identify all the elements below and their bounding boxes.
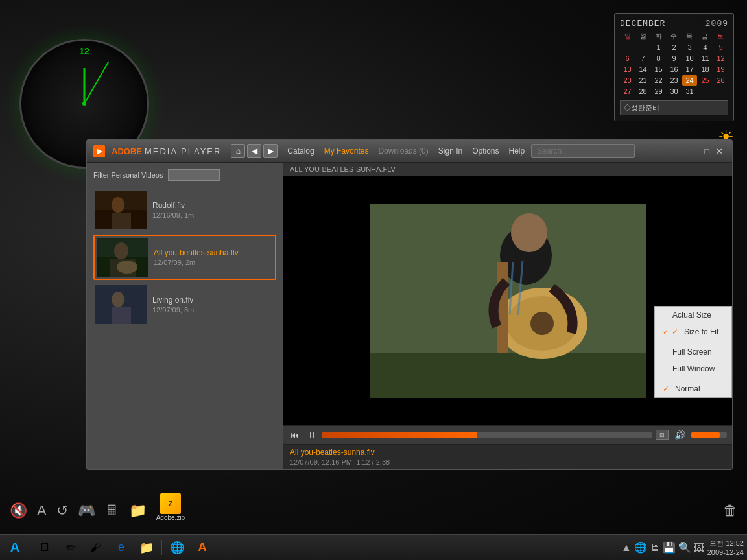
search-input[interactable] bbox=[531, 144, 635, 158]
menu-catalog[interactable]: Catalog bbox=[284, 145, 317, 157]
ctx-actual-size[interactable]: Actual Size bbox=[655, 307, 731, 323]
clock-minute-hand bbox=[84, 62, 109, 104]
back-button[interactable]: ◀ bbox=[247, 144, 261, 158]
calculator-icon: 🖩 bbox=[105, 502, 119, 519]
pause-button[interactable]: ⏸ bbox=[305, 430, 318, 440]
volume-fill bbox=[691, 432, 720, 438]
video-item-living[interactable]: Living on.flv 12/07/09, 3m bbox=[93, 283, 276, 326]
home-button[interactable]: ⌂ bbox=[231, 144, 245, 158]
chrome-icon: 🌐 bbox=[170, 541, 184, 555]
desktop-icon-gamepad[interactable]: 🎮 bbox=[75, 499, 99, 524]
rotate-icon: ↺ bbox=[56, 502, 68, 519]
taskbar-right: ▲ 🌐 🖥 💾 🔍 🖼 오전 12:52 2009-12-24 bbox=[621, 539, 744, 556]
desktop-icon-rotate[interactable]: ↺ bbox=[53, 499, 71, 524]
video-date-rudolf: 12/16/09, 1m bbox=[152, 211, 274, 219]
desktop-icon-text[interactable]: A bbox=[34, 499, 50, 524]
desktop-icon-calc[interactable]: 🖩 bbox=[102, 499, 123, 524]
zip-icon: Z bbox=[160, 493, 181, 514]
calendar-status: ◇성탄준비 bbox=[620, 100, 728, 115]
ctx-full-window[interactable]: Full Window bbox=[655, 360, 731, 377]
ctx-full-screen-label: Full Screen bbox=[672, 347, 712, 356]
display-icon[interactable]: 🖥 bbox=[650, 542, 660, 554]
taskbar-files[interactable]: 📁 bbox=[135, 537, 158, 558]
svg-rect-3 bbox=[112, 213, 131, 229]
ctx-full-screen[interactable]: Full Screen bbox=[655, 344, 731, 360]
edit-icon: ✏ bbox=[66, 541, 76, 555]
menu-options[interactable]: Options bbox=[469, 145, 502, 157]
menu-signin[interactable]: Sign In bbox=[435, 145, 466, 157]
text-icon: A bbox=[37, 502, 47, 519]
taskbar-edit[interactable]: ✏ bbox=[59, 537, 82, 558]
info-video-title: All you-beatles-sunha.flv bbox=[290, 448, 726, 457]
ctx-full-window-label: Full Window bbox=[672, 364, 715, 373]
menu-favorites[interactable]: My Favorites bbox=[321, 145, 372, 157]
ctx-normal-label: Normal bbox=[675, 384, 700, 393]
volume-bar[interactable] bbox=[691, 432, 727, 438]
sys-icons: ▲ 🌐 🖥 💾 🔍 🖼 bbox=[621, 541, 704, 554]
taskbar-adobe[interactable]: A bbox=[191, 537, 214, 558]
filter-row: Filter Personal Videos bbox=[93, 169, 276, 181]
ctx-normal[interactable]: ✓ Normal bbox=[655, 380, 731, 397]
taskbar-chrome[interactable]: 🌐 bbox=[165, 537, 189, 558]
desktop-icon-adobe-zip[interactable]: Z Adobe.zip bbox=[153, 490, 188, 524]
filter-input[interactable] bbox=[168, 169, 220, 181]
video-title-rudolf: Rudolf.flv bbox=[152, 201, 274, 210]
ctx-size-to-fit[interactable]: ✓ Size to Fit bbox=[655, 323, 731, 340]
gamepad-icon: 🎮 bbox=[78, 502, 95, 519]
clock-time: 오전 12:52 bbox=[707, 539, 744, 548]
maximize-button[interactable]: □ bbox=[702, 146, 712, 156]
minimize-button[interactable]: — bbox=[687, 146, 700, 156]
system-clock: 오전 12:52 2009-12-24 bbox=[707, 539, 744, 556]
screen-size-button[interactable]: ⊡ bbox=[656, 430, 669, 440]
start-button[interactable]: A bbox=[3, 537, 27, 558]
brand-media-player: MEDIA PLAYER bbox=[145, 146, 221, 156]
image-icon[interactable]: 🖼 bbox=[694, 542, 704, 554]
start-icon: A bbox=[10, 540, 19, 555]
trash-icon: 🗑 bbox=[723, 502, 737, 519]
desktop: DECEMBER 2009 일 월 화 수 목 금 토 12 34 5 6 78… bbox=[0, 0, 747, 560]
menu-downloads[interactable]: Downloads (0) bbox=[375, 145, 431, 157]
files-icon: 📁 bbox=[139, 541, 154, 555]
brand-adobe: ADOBE bbox=[112, 146, 142, 156]
calendar-days-header: 일 월 화 수 목 금 토 bbox=[620, 32, 728, 41]
volume-button[interactable]: 🔊 bbox=[672, 430, 687, 440]
amp-brand-title: ADOBE MEDIA PLAYER bbox=[112, 146, 221, 156]
desktop-icons: 🔇 A ↺ 🎮 🖩 📁 Z Adobe.zip 🗑 bbox=[0, 490, 747, 524]
close-button[interactable]: ✕ bbox=[713, 146, 726, 156]
video-item-beatles[interactable]: All you-beatles-sunha.flv 12/07/09, 2m bbox=[93, 235, 276, 280]
day-fri: 금 bbox=[697, 32, 713, 41]
taskbar-ie[interactable]: e bbox=[110, 537, 133, 558]
info-video-details: 12/07/09, 12:16 PM, 1:12 / 2:38 bbox=[290, 458, 726, 466]
arrow-up-icon[interactable]: ▲ bbox=[621, 542, 632, 554]
nav-buttons: ⌂ ◀ ▶ bbox=[231, 144, 278, 158]
paint-icon: 🖌 bbox=[90, 541, 102, 554]
video-container[interactable]: Actual Size ✓ Size to Fit Full Screen Fu… bbox=[283, 176, 732, 425]
forward-button[interactable]: ▶ bbox=[263, 144, 278, 158]
clock-date: 2009-12-24 bbox=[707, 548, 744, 556]
search-sys-icon[interactable]: 🔍 bbox=[678, 541, 691, 554]
folder-icon: 📁 bbox=[129, 502, 147, 519]
desktop-icon-folder[interactable]: 📁 bbox=[126, 499, 150, 524]
amp-logo: ▶ bbox=[93, 145, 105, 158]
desktop-icon-trash[interactable]: 🗑 bbox=[720, 499, 741, 524]
desktop-icon-mute[interactable]: 🔇 bbox=[6, 499, 30, 524]
video-item-rudolf[interactable]: Rudolf.flv 12/16/09, 1m bbox=[93, 189, 276, 231]
taskbar-sep-1 bbox=[30, 540, 30, 555]
ie-icon: e bbox=[118, 541, 124, 554]
menu-bar: Catalog My Favorites Downloads (0) Sign … bbox=[284, 144, 726, 158]
clock-hour-hand bbox=[84, 68, 86, 104]
video-title-beatles[interactable]: All you-beatles-sunha.flv bbox=[154, 248, 273, 257]
controls-bar: ⏮ ⏸ ⊡ 🔊 bbox=[283, 425, 732, 444]
network-icon[interactable]: 🌐 bbox=[634, 541, 647, 554]
menu-help[interactable]: Help bbox=[506, 145, 528, 157]
storage-icon[interactable]: 💾 bbox=[663, 541, 676, 554]
taskbar-paint[interactable]: 🖌 bbox=[84, 537, 108, 558]
normal-check-icon: ✓ bbox=[663, 384, 669, 393]
ctx-size-to-fit-label: Size to Fit bbox=[684, 327, 718, 336]
taskbar-notes[interactable]: 🗒 bbox=[34, 537, 57, 558]
progress-bar[interactable] bbox=[322, 432, 652, 438]
rewind-button[interactable]: ⏮ bbox=[289, 430, 302, 440]
checkmark-icon: ✓ bbox=[672, 327, 678, 336]
video-date-living: 12/07/09, 3m bbox=[152, 306, 274, 314]
adobe-taskbar-icon: A bbox=[198, 541, 207, 554]
